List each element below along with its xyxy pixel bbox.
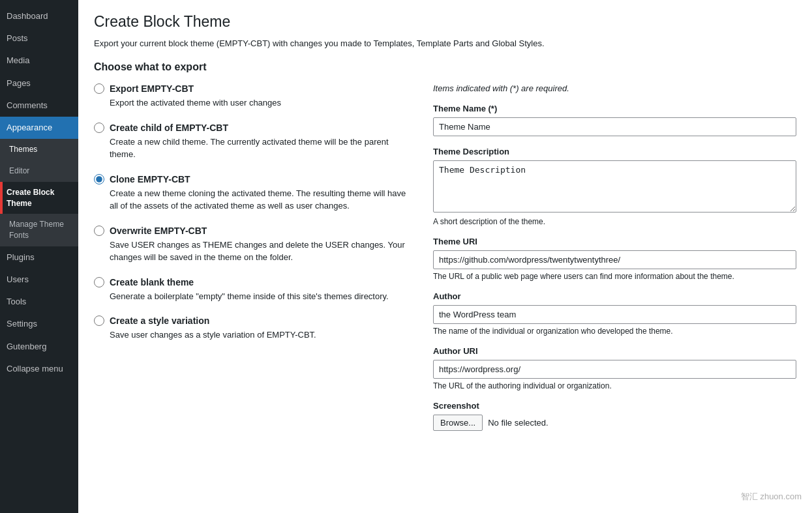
form-group-author-uri: Author URI The URL of the authoring indi… — [433, 346, 796, 390]
radio-label-child[interactable]: Create child of EMPTY-CBT — [94, 123, 407, 133]
hint-author: The name of the individual or organizati… — [433, 327, 796, 336]
radio-option-blank: Create blank theme Generate a boilerplat… — [94, 277, 407, 303]
radio-title-export: Export EMPTY-CBT — [110, 83, 194, 94]
sidebar-item-dashboard[interactable]: Dashboard — [0, 5, 78, 27]
radio-desc-blank: Generate a boilerplate "empty" theme ins… — [110, 290, 407, 303]
page-description: Export your current block theme (EMPTY-C… — [94, 38, 796, 48]
radio-input-style-variation[interactable] — [94, 315, 104, 326]
page-title: Create Block Theme — [94, 13, 796, 31]
radio-desc-clone: Create a new theme cloning the activated… — [110, 187, 407, 213]
label-theme-description: Theme Description — [433, 147, 796, 156]
form-group-theme-uri: Theme URI The URL of a public web page w… — [433, 237, 796, 281]
radio-desc-overwrite: Save USER changes as THEME changes and d… — [110, 239, 407, 264]
sidebar-item-appearance[interactable]: Appearance — [0, 117, 78, 139]
radio-option-style-variation: Create a style variation Save user chang… — [94, 315, 407, 342]
radio-label-overwrite[interactable]: Overwrite EMPTY-CBT — [94, 226, 407, 236]
radio-desc-child: Create a new child theme. The currently … — [110, 136, 407, 161]
radio-title-overwrite: Overwrite EMPTY-CBT — [110, 226, 207, 236]
label-author-uri: Author URI — [433, 346, 796, 356]
input-theme-uri[interactable] — [433, 250, 796, 269]
required-note: Items indicated with (*) are required. — [433, 83, 796, 93]
input-author[interactable] — [433, 305, 796, 324]
sidebar: Dashboard Posts Media Pages Comments App… — [0, 0, 78, 513]
hint-theme-uri: The URL of a public web page where users… — [433, 272, 796, 281]
sidebar-item-users[interactable]: Users — [0, 269, 78, 291]
radio-option-export: Export EMPTY-CBT Export the activated th… — [94, 83, 407, 110]
browse-button[interactable]: Browse... — [433, 415, 483, 431]
sidebar-item-gutenberg[interactable]: Gutenberg — [0, 336, 78, 358]
label-theme-name: Theme Name (*) — [433, 104, 796, 113]
sidebar-item-media[interactable]: Media — [0, 50, 78, 72]
sidebar-item-plugins[interactable]: Plugins — [0, 246, 78, 269]
input-theme-name[interactable] — [433, 117, 796, 136]
form-group-theme-description: Theme Description Theme Description A sh… — [433, 147, 796, 226]
radio-title-blank: Create blank theme — [110, 277, 194, 287]
form-group-author: Author The name of the individual or org… — [433, 291, 796, 336]
label-screenshot: Screenshot — [433, 401, 796, 411]
label-author: Author — [433, 291, 796, 301]
radio-input-clone[interactable] — [94, 174, 104, 184]
radio-option-clone: Clone EMPTY-CBT Create a new theme cloni… — [94, 174, 407, 213]
form-column: Items indicated with (*) are required. T… — [433, 83, 796, 441]
radio-title-clone: Clone EMPTY-CBT — [110, 174, 190, 184]
sidebar-item-posts[interactable]: Posts — [0, 27, 78, 50]
hint-theme-description: A short description of the theme. — [433, 217, 796, 226]
form-group-screenshot: Screenshot Browse... No file selected. — [433, 401, 796, 431]
sidebar-item-collapse-menu[interactable]: Collapse menu — [0, 358, 78, 380]
file-status: No file selected. — [488, 418, 549, 428]
form-group-theme-name: Theme Name (*) — [433, 104, 796, 136]
radio-desc-style-variation: Save user changes as a style variation o… — [110, 329, 407, 342]
radio-input-export[interactable] — [94, 83, 104, 94]
sidebar-item-tools[interactable]: Tools — [0, 291, 78, 313]
hint-author-uri: The URL of the authoring individual or o… — [433, 381, 796, 390]
sidebar-item-themes[interactable]: Themes — [0, 139, 78, 160]
sidebar-item-editor[interactable]: Editor — [0, 160, 78, 182]
sidebar-item-manage-theme-fonts[interactable]: Manage Theme Fonts — [0, 214, 78, 246]
radio-desc-export: Export the activated theme with user cha… — [110, 96, 407, 110]
radio-label-export[interactable]: Export EMPTY-CBT — [94, 83, 407, 94]
sidebar-item-settings[interactable]: Settings — [0, 313, 78, 335]
radio-title-child: Create child of EMPTY-CBT — [110, 123, 228, 133]
radio-label-style-variation[interactable]: Create a style variation — [94, 315, 407, 326]
radio-label-blank[interactable]: Create blank theme — [94, 277, 407, 287]
radio-option-child: Create child of EMPTY-CBT Create a new c… — [94, 123, 407, 161]
radio-input-child[interactable] — [94, 123, 104, 133]
sidebar-item-create-block-theme[interactable]: Create Block Theme — [0, 182, 78, 214]
input-author-uri[interactable] — [433, 360, 796, 379]
radio-label-clone[interactable]: Clone EMPTY-CBT — [94, 174, 407, 184]
two-column-layout: Export EMPTY-CBT Export the activated th… — [94, 83, 796, 441]
radio-options-column: Export EMPTY-CBT Export the activated th… — [94, 83, 407, 441]
main-content: Create Block Theme Export your current b… — [78, 0, 812, 513]
radio-input-blank[interactable] — [94, 277, 104, 287]
sidebar-item-comments[interactable]: Comments — [0, 95, 78, 117]
radio-option-overwrite: Overwrite EMPTY-CBT Save USER changes as… — [94, 226, 407, 264]
radio-title-style-variation: Create a style variation — [110, 315, 209, 326]
section-title: Choose what to export — [94, 61, 796, 73]
screenshot-row: Browse... No file selected. — [433, 415, 796, 431]
textarea-theme-description[interactable]: Theme Description — [433, 160, 796, 213]
label-theme-uri: Theme URI — [433, 237, 796, 246]
radio-input-overwrite[interactable] — [94, 226, 104, 236]
sidebar-item-pages[interactable]: Pages — [0, 72, 78, 95]
